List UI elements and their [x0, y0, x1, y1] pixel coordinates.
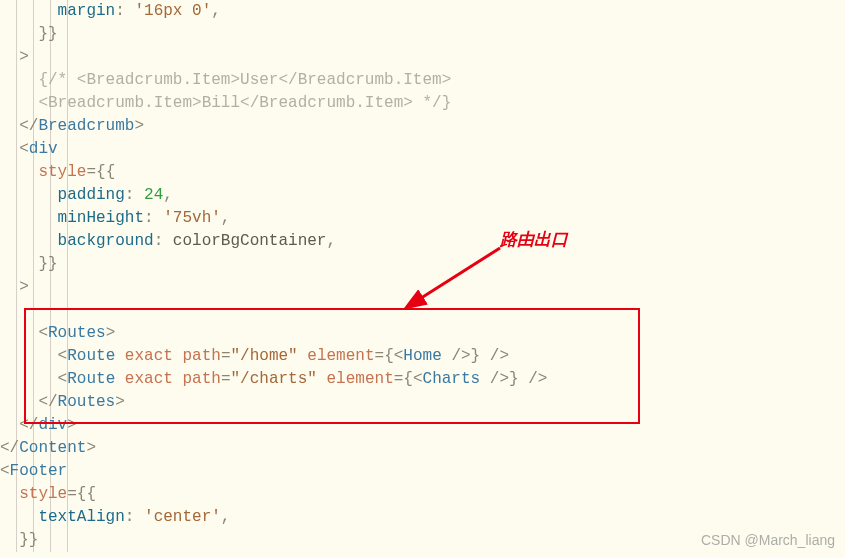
- code-line: {/* <Breadcrumb.Item>User</Breadcrumb.It…: [0, 69, 845, 92]
- code-line: style={{: [0, 483, 845, 506]
- code-line: >: [0, 46, 845, 69]
- code-block: margin: '16px 0', }} > {/* <Breadcrumb.I…: [0, 0, 845, 552]
- code-line: <Breadcrumb.Item>Bill</Breadcrumb.Item> …: [0, 92, 845, 115]
- code-line: </div>: [0, 414, 845, 437]
- code-line: >: [0, 276, 845, 299]
- code-line: <div: [0, 138, 845, 161]
- code-line: margin: '16px 0',: [0, 0, 845, 23]
- code-line: textAlign: 'center',: [0, 506, 845, 529]
- code-line: [0, 299, 845, 322]
- code-line: </Routes>: [0, 391, 845, 414]
- code-line: style={{: [0, 161, 845, 184]
- code-line: <Footer: [0, 460, 845, 483]
- code-line: <Route exact path="/home" element={<Home…: [0, 345, 845, 368]
- code-line: padding: 24,: [0, 184, 845, 207]
- code-lines: margin: '16px 0', }} > {/* <Breadcrumb.I…: [0, 0, 845, 552]
- code-line: }}: [0, 253, 845, 276]
- code-line: background: colorBgContainer,: [0, 230, 845, 253]
- code-line: </Content>: [0, 437, 845, 460]
- code-line: }}: [0, 529, 845, 552]
- code-line: <Route exact path="/charts" element={<Ch…: [0, 368, 845, 391]
- code-line: <Routes>: [0, 322, 845, 345]
- code-line: minHeight: '75vh',: [0, 207, 845, 230]
- code-line: }}: [0, 23, 845, 46]
- code-line: </Breadcrumb>: [0, 115, 845, 138]
